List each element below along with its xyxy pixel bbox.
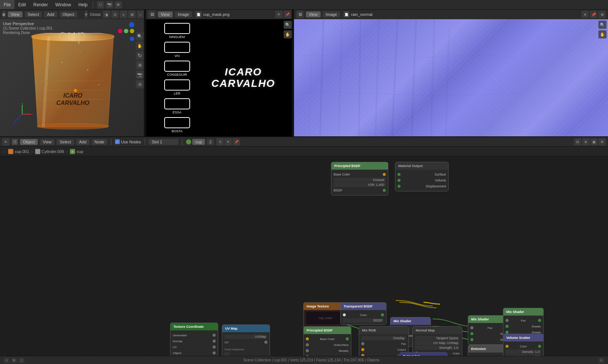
slot-input[interactable]: Slot 1 — [149, 139, 178, 145]
node-large-left[interactable]: Texture Coordinate Generated Normal UV O… — [170, 323, 218, 356]
normal-map-panel: 🖼 View Image 📄 rain_normal ✕ 📌 ⚙ — [294, 10, 608, 136]
ne-object-btn[interactable]: Object — [20, 139, 38, 145]
rotate-icon[interactable]: ↻ — [136, 51, 144, 59]
prop-edit-icon[interactable]: ○ — [137, 11, 144, 18]
ne-layout-icon[interactable]: ▦ — [590, 138, 598, 146]
node-canvas[interactable]: Material Output Surface Volume Displacem… — [0, 156, 608, 356]
menu-edit[interactable]: Edit — [14, 0, 30, 9]
settings-icon[interactable]: ⚙ — [115, 1, 122, 8]
camera-icon[interactable]: 📷 — [136, 71, 144, 79]
node-principled[interactable]: Principled BSDF Base Color Fresnel IOR: … — [331, 162, 388, 195]
viewport-shading-icon[interactable]: ◑ — [103, 11, 110, 18]
status-right: ⊙ — [598, 357, 604, 363]
socket — [538, 345, 541, 348]
zoom-nm-icon[interactable]: 🔍 — [598, 21, 607, 29]
pan-mask-icon[interactable]: ✋ — [284, 30, 292, 38]
mat-copy-icon[interactable]: ⎘ — [216, 138, 224, 146]
node-right-1[interactable]: Mix RGB Overlay Fac Color1 Color2 Color … — [359, 326, 409, 356]
bc-sep1: › — [31, 149, 33, 154]
ne-obj-icon: ◻ — [12, 139, 18, 145]
socket — [506, 319, 509, 322]
viewport-header: ▦ View Select Add Object ⊕ Global ◑ ⊙ ⌾ … — [0, 10, 145, 19]
material-name[interactable]: cup — [192, 139, 205, 145]
ne-mode-icon[interactable]: ↻ — [2, 138, 10, 146]
small-cb[interactable] — [224, 352, 229, 356]
bc-cylinder-icon: ▽ — [35, 149, 40, 154]
status-bar: ⊙ ⊞ ◻ Scene Collection | cup.001 | Verts… — [0, 356, 608, 364]
socket — [213, 340, 216, 343]
nm-view-btn[interactable]: View — [306, 11, 321, 17]
nm-settings-icon[interactable]: ⚙ — [598, 11, 606, 18]
ne-view-btn[interactable]: View — [40, 139, 55, 145]
image-btn[interactable]: Image — [175, 11, 192, 17]
mat-close-icon[interactable]: ✕ — [224, 138, 232, 146]
select-menu-btn[interactable]: Select — [25, 11, 42, 17]
overlay-icon[interactable]: ⊙ — [111, 11, 119, 18]
bc-cup001-icon: ◻ — [8, 149, 13, 154]
node-output[interactable]: Material Output Surface Volume Displacem… — [395, 162, 449, 191]
ne-settings-icon2[interactable]: ⚙ — [598, 138, 606, 146]
nm-image-btn[interactable]: Image — [323, 11, 340, 17]
viewport-panel: ▦ View Select Add Object ⊕ Global ◑ ⊙ ⌾ … — [0, 10, 146, 136]
top-menu-bar: File Edit Render Window Help ⬡ 📷 ⚙ — [0, 0, 608, 10]
ne-add-btn[interactable]: Add — [76, 139, 89, 145]
node-emission-out[interactable]: Mix Shader Fac Shader Shader — [503, 308, 544, 337]
mask-mode-icon[interactable]: 🖼 — [148, 11, 156, 18]
svg-line-27 — [431, 19, 435, 136]
zoom-icon[interactable]: 🔍 — [136, 32, 144, 40]
resize-handle-left[interactable] — [144, 10, 145, 136]
render-icon[interactable]: 📷 — [106, 1, 113, 8]
scene-icon[interactable]: ⬡ — [97, 1, 104, 8]
global-icon[interactable]: ⊕ — [85, 11, 88, 18]
socket — [343, 313, 346, 316]
ne-zoom-icon[interactable]: ⊕ — [582, 138, 590, 146]
pan-nm-icon[interactable]: ✋ — [598, 30, 607, 38]
socket — [306, 337, 309, 340]
use-nodes-checkbox[interactable]: ✓ — [115, 139, 120, 144]
ne-node-btn[interactable]: Node — [92, 139, 107, 145]
ne-view-type-icon[interactable]: ⊟ — [574, 138, 581, 146]
dot-blue2 — [130, 37, 134, 41]
menu-file[interactable]: File — [0, 0, 14, 9]
node-volume-out[interactable]: Volume Scatter Color Density: 1.0 Anisot… — [503, 334, 544, 356]
add-menu-btn[interactable]: Add — [44, 11, 57, 17]
mask-pin-icon[interactable]: 📌 — [284, 11, 291, 18]
bc-cup[interactable]: ◉ cup — [70, 149, 83, 154]
nm-nav: 🔍 ✋ — [598, 21, 607, 38]
material-color-dot — [186, 139, 191, 144]
view-menu-btn[interactable]: View — [8, 11, 23, 17]
origin-dot — [74, 89, 77, 92]
node-principled-main[interactable]: Principled BSDF Base Color Subsurface Me… — [303, 326, 351, 356]
bc-cup001[interactable]: ◻ cup.001 — [8, 149, 29, 154]
ne-sep1 — [111, 139, 111, 145]
nm-mode-icon[interactable]: 🖼 — [296, 11, 304, 18]
node-transparent[interactable]: Transparent BSDF Color BSDF — [340, 302, 386, 325]
node-right-2[interactable]: Normal Map Tangent Space UV Map: UVMap S… — [412, 326, 462, 356]
menu-help[interactable]: Help — [75, 0, 91, 9]
node-main-center[interactable]: UV Map UVMap UV From Instancer — [222, 324, 270, 356]
nm-close-icon[interactable]: ✕ — [581, 11, 589, 18]
nm-pin-icon[interactable]: 📌 — [590, 11, 597, 18]
view-btn[interactable]: View — [158, 11, 173, 17]
resize-handle-middle[interactable] — [292, 10, 293, 136]
pan-icon[interactable]: ✋ — [136, 42, 144, 50]
ne-select-btn[interactable]: Select — [57, 139, 74, 145]
bc-cylinder[interactable]: ▽ Cylinder.006 — [35, 149, 64, 154]
socket — [398, 185, 401, 188]
normal-map-bg — [294, 19, 608, 136]
mask-close-icon[interactable]: ✕ — [275, 11, 283, 18]
viewport-3d[interactable]: User Perspective (1) Scene Collection | … — [0, 19, 145, 136]
zoom-mask-icon[interactable]: 🔍 — [284, 21, 292, 29]
object-menu-btn[interactable]: Object — [60, 11, 77, 17]
gizmo-icon[interactable]: ⌾ — [120, 11, 127, 18]
snap-icon[interactable]: ⊞ — [128, 11, 136, 18]
menu-render[interactable]: Render — [30, 0, 51, 9]
mat-pin-icon[interactable]: 📌 — [233, 138, 240, 146]
menu-window[interactable]: Window — [51, 0, 75, 9]
viewport-mode-icon[interactable]: ▦ — [2, 11, 6, 18]
use-nodes-group[interactable]: ✓ Use Nodes — [115, 139, 141, 144]
frame-icon[interactable]: ⊞ — [136, 61, 144, 69]
node-output-right[interactable]: Output Set Color Value 0.000 0.500 0.200… — [399, 352, 447, 356]
grid-icon[interactable]: ⊟ — [136, 80, 144, 88]
socket — [506, 345, 509, 348]
